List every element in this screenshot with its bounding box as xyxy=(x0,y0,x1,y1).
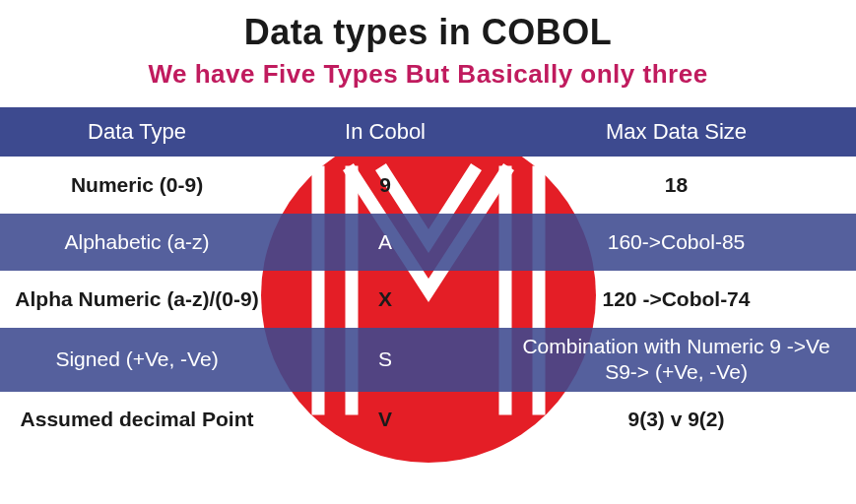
table-row: Alphabetic (a-z) A 160->Cobol-85 xyxy=(0,214,856,271)
cell-max-size: 9(3) v 9(2) xyxy=(496,401,856,438)
header-data-type: Data Type xyxy=(0,112,274,152)
table-row: Signed (+Ve, -Ve) S Combination with Num… xyxy=(0,328,856,392)
table-row: Numeric (0-9) 9 18 xyxy=(0,157,856,214)
cell-max-size: Combination with Numeric 9 ->Ve S9-> (+V… xyxy=(496,328,856,392)
cell-max-size: 120 ->Cobol-74 xyxy=(496,281,856,318)
data-types-table: Data Type In Cobol Max Data Size Numeric… xyxy=(0,107,856,449)
table-row: Assumed decimal Point V 9(3) v 9(2) xyxy=(0,392,856,449)
table-row: Alpha Numeric (a-z)/(0-9) X 120 ->Cobol-… xyxy=(0,271,856,328)
cell-in-cobol: S xyxy=(274,341,496,378)
table-header-row: Data Type In Cobol Max Data Size xyxy=(0,107,856,157)
cell-in-cobol: A xyxy=(274,223,496,261)
page-subtitle: We have Five Types But Basically only th… xyxy=(0,59,856,90)
cell-max-size: 160->Cobol-85 xyxy=(496,223,856,261)
cell-in-cobol: 9 xyxy=(274,166,496,204)
header-in-cobol: In Cobol xyxy=(274,112,496,152)
cell-data-type: Assumed decimal Point xyxy=(0,401,274,438)
cell-in-cobol: X xyxy=(274,281,496,318)
header-max-size: Max Data Size xyxy=(496,112,856,152)
cell-data-type: Signed (+Ve, -Ve) xyxy=(0,341,274,378)
page-title: Data types in COBOL xyxy=(0,0,856,53)
cell-data-type: Alphabetic (a-z) xyxy=(0,223,274,261)
cell-max-size: 18 xyxy=(496,166,856,204)
cell-data-type: Numeric (0-9) xyxy=(0,166,274,204)
cell-in-cobol: V xyxy=(274,401,496,438)
cell-data-type: Alpha Numeric (a-z)/(0-9) xyxy=(0,281,274,318)
